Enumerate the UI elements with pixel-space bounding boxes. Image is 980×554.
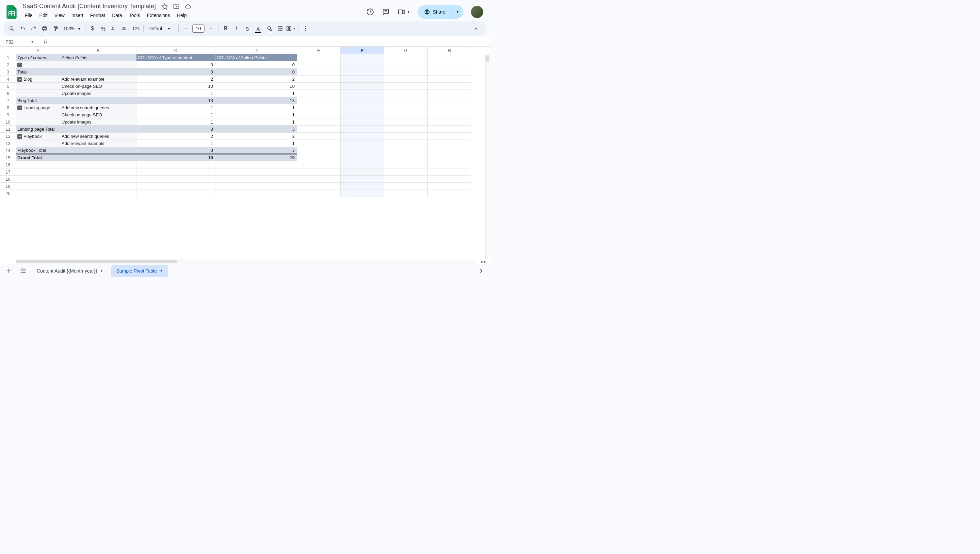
row-header-4[interactable]: 4 <box>0 76 16 83</box>
account-avatar[interactable] <box>471 6 483 18</box>
cell-B4[interactable]: Add relevant example <box>60 76 137 83</box>
cell-F2[interactable] <box>340 61 384 68</box>
cell-F15[interactable] <box>340 154 384 161</box>
cell-G4[interactable] <box>384 76 428 83</box>
cell-F6[interactable] <box>340 90 384 97</box>
row-header-2[interactable]: 2 <box>0 61 16 68</box>
search-menus-icon[interactable] <box>7 24 17 34</box>
cell-E5[interactable] <box>297 83 340 90</box>
cell-D20[interactable] <box>215 190 297 197</box>
cell-H6[interactable] <box>428 90 471 97</box>
bold-icon[interactable]: B <box>221 24 231 34</box>
increase-decimal-icon[interactable]: .00→ <box>120 24 130 34</box>
cell-D2[interactable]: 0 <box>215 61 297 68</box>
cell-C7[interactable]: 13 <box>137 97 215 104</box>
cell-B16[interactable] <box>60 161 137 169</box>
cell-A4[interactable]: −Blog <box>16 76 60 83</box>
name-box[interactable]: F32 ▼ <box>3 39 37 45</box>
cell-B14[interactable] <box>60 147 137 154</box>
cell-H8[interactable] <box>428 104 471 111</box>
cell-G18[interactable] <box>384 175 428 183</box>
menu-insert[interactable]: Insert <box>68 11 86 19</box>
row-header-3[interactable]: 3 <box>0 68 16 76</box>
sheets-logo[interactable] <box>5 5 18 19</box>
cell-A9[interactable] <box>16 111 60 118</box>
cell-E11[interactable] <box>297 126 340 133</box>
cell-G16[interactable] <box>384 161 428 169</box>
increase-font-size-icon[interactable]: + <box>206 24 216 34</box>
add-sheet-button[interactable] <box>3 266 14 276</box>
cell-G3[interactable] <box>384 68 428 76</box>
cell-F8[interactable] <box>340 104 384 111</box>
cell-E18[interactable] <box>297 175 340 183</box>
col-header-G[interactable]: G <box>384 47 428 54</box>
cell-A17[interactable] <box>16 169 60 175</box>
cell-D5[interactable]: 10 <box>215 83 297 90</box>
cell-G17[interactable] <box>384 169 428 175</box>
cell-D15[interactable]: 19 <box>215 154 297 161</box>
cell-G7[interactable] <box>384 97 428 104</box>
cloud-status-icon[interactable] <box>185 3 191 10</box>
row-header-9[interactable]: 9 <box>0 111 16 118</box>
cell-E1[interactable] <box>297 54 340 61</box>
cell-B11[interactable] <box>60 126 137 133</box>
cell-H4[interactable] <box>428 76 471 83</box>
cell-C9[interactable]: 1 <box>137 111 215 118</box>
cell-E20[interactable] <box>297 190 340 197</box>
cell-F13[interactable] <box>340 140 384 147</box>
cell-F14[interactable] <box>340 147 384 154</box>
fill-color-icon[interactable] <box>264 24 274 34</box>
cell-G12[interactable] <box>384 133 428 140</box>
row-header-13[interactable]: 13 <box>0 140 16 147</box>
cell-A13[interactable] <box>16 140 60 147</box>
cell-C8[interactable]: 1 <box>137 104 215 111</box>
collapse-toolbar-icon[interactable] <box>471 24 481 34</box>
cell-C6[interactable]: 1 <box>137 90 215 97</box>
cell-A14[interactable]: Playbook Total <box>16 147 60 154</box>
cell-C18[interactable] <box>137 175 215 183</box>
spreadsheet-grid[interactable]: ABCDEFGH1Type of contentAction PointsCOU… <box>0 47 490 264</box>
cell-F5[interactable] <box>340 83 384 90</box>
cell-F7[interactable] <box>340 97 384 104</box>
cell-G15[interactable] <box>384 154 428 161</box>
cell-G5[interactable] <box>384 83 428 90</box>
cell-F10[interactable] <box>340 118 384 126</box>
cell-B17[interactable] <box>60 169 137 175</box>
col-header-H[interactable]: H <box>428 47 471 54</box>
cell-B18[interactable] <box>60 175 137 183</box>
cell-D19[interactable] <box>215 183 297 190</box>
sheet-tab-sample-pivot[interactable]: Sample Pivot Table▼ <box>111 265 168 277</box>
strikethrough-icon[interactable]: S <box>242 24 253 34</box>
cell-D1[interactable]: COUNTA of Action Points <box>215 54 297 61</box>
cell-H17[interactable] <box>428 169 471 175</box>
cell-G13[interactable] <box>384 140 428 147</box>
cell-B9[interactable]: Check on-page SEO <box>60 111 137 118</box>
cell-H15[interactable] <box>428 154 471 161</box>
cell-E10[interactable] <box>297 118 340 126</box>
cell-C15[interactable]: 19 <box>137 154 215 161</box>
cell-C2[interactable]: 0 <box>137 61 215 68</box>
cell-A5[interactable] <box>16 83 60 90</box>
cell-F3[interactable] <box>340 68 384 76</box>
cell-C19[interactable] <box>137 183 215 190</box>
cell-G9[interactable] <box>384 111 428 118</box>
comments-icon[interactable] <box>382 8 390 16</box>
cell-D14[interactable]: 3 <box>215 147 297 154</box>
merge-cells-icon[interactable]: ▼ <box>286 24 296 34</box>
menu-file[interactable]: File <box>22 11 36 19</box>
text-color-icon[interactable]: A <box>253 24 263 34</box>
cell-D18[interactable] <box>215 175 297 183</box>
cell-C16[interactable] <box>137 161 215 169</box>
cell-C3[interactable]: 0 <box>137 68 215 76</box>
cell-B19[interactable] <box>60 183 137 190</box>
font-size-input[interactable] <box>192 24 205 33</box>
cell-D12[interactable]: 2 <box>215 133 297 140</box>
row-header-15[interactable]: 15 <box>0 154 16 161</box>
cell-E16[interactable] <box>297 161 340 169</box>
pivot-collapse-icon[interactable]: − <box>18 134 22 139</box>
more-formats-icon[interactable]: 123 <box>131 24 141 34</box>
cell-H13[interactable] <box>428 140 471 147</box>
menu-data[interactable]: Data <box>109 11 125 19</box>
cell-B6[interactable]: Update images <box>60 90 137 97</box>
horizontal-scrollbar[interactable] <box>16 259 476 264</box>
